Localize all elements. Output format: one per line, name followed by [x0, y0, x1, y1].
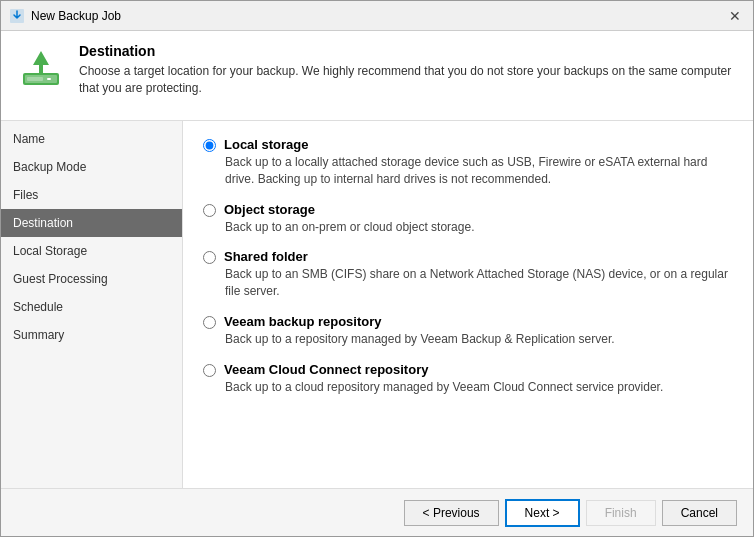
backup-title-icon: [9, 8, 25, 24]
option-shared-folder: Shared folder Back up to an SMB (CIFS) s…: [203, 249, 733, 300]
svg-rect-5: [47, 78, 51, 80]
object-storage-desc: Back up to an on-prem or cloud object st…: [225, 219, 733, 236]
option-local-storage: Local storage Back up to a locally attac…: [203, 137, 733, 188]
radio-local-storage[interactable]: [203, 139, 216, 152]
header-description: Choose a target location for your backup…: [79, 63, 737, 97]
previous-button[interactable]: < Previous: [404, 500, 499, 526]
content-area: Local storage Back up to a locally attac…: [183, 121, 753, 488]
option-object-storage-label[interactable]: Object storage: [203, 202, 733, 217]
local-storage-desc: Back up to a locally attached storage de…: [225, 154, 733, 188]
sidebar-item-summary[interactable]: Summary: [1, 321, 182, 349]
sidebar-item-name[interactable]: Name: [1, 125, 182, 153]
local-storage-title: Local storage: [224, 137, 309, 152]
radio-object-storage[interactable]: [203, 204, 216, 217]
title-bar-left: New Backup Job: [9, 8, 121, 24]
header-section: Destination Choose a target location for…: [1, 31, 753, 121]
sidebar-item-guest-processing[interactable]: Guest Processing: [1, 265, 182, 293]
header-icon: [17, 43, 65, 91]
destination-icon: [17, 43, 65, 91]
sidebar-item-backup-mode[interactable]: Backup Mode: [1, 153, 182, 181]
header-title: Destination: [79, 43, 737, 59]
title-bar: New Backup Job ✕: [1, 1, 753, 31]
header-text: Destination Choose a target location for…: [79, 43, 737, 97]
svg-rect-4: [27, 77, 43, 81]
veeam-cloud-connect-desc: Back up to a cloud repository managed by…: [225, 379, 733, 396]
option-veeam-cloud-connect-label[interactable]: Veeam Cloud Connect repository: [203, 362, 733, 377]
radio-veeam-backup-repo[interactable]: [203, 316, 216, 329]
radio-shared-folder[interactable]: [203, 251, 216, 264]
option-veeam-backup-repo: Veeam backup repository Back up to a rep…: [203, 314, 733, 348]
veeam-cloud-connect-title: Veeam Cloud Connect repository: [224, 362, 428, 377]
veeam-backup-repo-desc: Back up to a repository managed by Veeam…: [225, 331, 733, 348]
main-content: Name Backup Mode Files Destination Local…: [1, 121, 753, 488]
window-title: New Backup Job: [31, 9, 121, 23]
option-object-storage: Object storage Back up to an on-prem or …: [203, 202, 733, 236]
shared-folder-desc: Back up to an SMB (CIFS) share on a Netw…: [225, 266, 733, 300]
sidebar-item-destination[interactable]: Destination: [1, 209, 182, 237]
object-storage-title: Object storage: [224, 202, 315, 217]
cancel-button[interactable]: Cancel: [662, 500, 737, 526]
sidebar: Name Backup Mode Files Destination Local…: [1, 121, 183, 488]
radio-veeam-cloud-connect[interactable]: [203, 364, 216, 377]
shared-folder-title: Shared folder: [224, 249, 308, 264]
main-window: New Backup Job ✕ Destination Choose a ta…: [0, 0, 754, 537]
option-veeam-cloud-connect: Veeam Cloud Connect repository Back up t…: [203, 362, 733, 396]
svg-marker-3: [33, 51, 49, 73]
sidebar-item-files[interactable]: Files: [1, 181, 182, 209]
sidebar-item-schedule[interactable]: Schedule: [1, 293, 182, 321]
option-local-storage-label[interactable]: Local storage: [203, 137, 733, 152]
footer: < Previous Next > Finish Cancel: [1, 488, 753, 536]
option-shared-folder-label[interactable]: Shared folder: [203, 249, 733, 264]
next-button[interactable]: Next >: [505, 499, 580, 527]
sidebar-item-local-storage[interactable]: Local Storage: [1, 237, 182, 265]
veeam-backup-repo-title: Veeam backup repository: [224, 314, 382, 329]
option-veeam-backup-repo-label[interactable]: Veeam backup repository: [203, 314, 733, 329]
close-button[interactable]: ✕: [725, 6, 745, 26]
finish-button[interactable]: Finish: [586, 500, 656, 526]
